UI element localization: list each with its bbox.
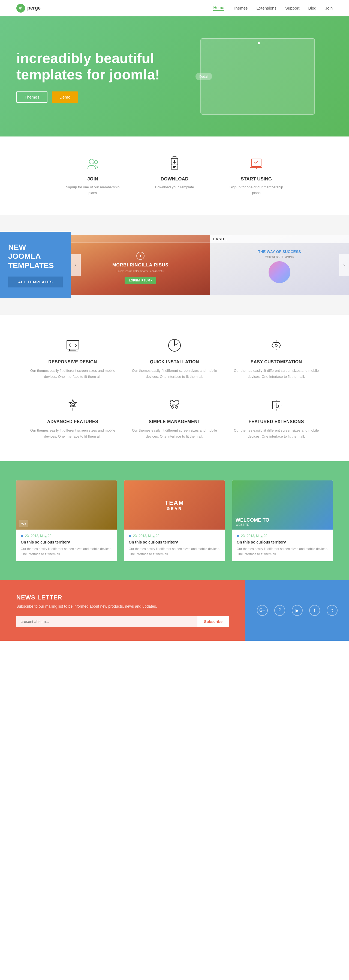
newsletter-social: G+ P ▶ f t: [245, 581, 349, 640]
newsletter-desc: Subscribe to our mailing list to be info…: [16, 603, 229, 609]
nav-themes[interactable]: Themes: [233, 6, 247, 10]
hero-section: increadibly beautiful templates for joom…: [0, 16, 349, 137]
svg-line-19: [279, 343, 281, 345]
themes-button[interactable]: Themes: [16, 91, 48, 103]
download-icon: [166, 156, 183, 172]
blog-meta-dot-2: [237, 535, 239, 537]
main-nav: Home Themes Extensions Support Blog Join: [213, 5, 333, 11]
cap-simple-title: SIMPLE MANAGEMENT: [129, 419, 220, 424]
cap-featured: FEATURED EXTENSIONS Our themes easily fi…: [231, 396, 322, 439]
blog-grid: ydk 23 2013, May, 29 On this so curious …: [16, 480, 333, 561]
logo[interactable]: perge: [16, 4, 41, 13]
hero-buttons: Themes Demo: [16, 91, 166, 103]
social-facebook[interactable]: f: [309, 605, 320, 616]
capabilities-grid: RESPONSIVE DESIGN Our themes easily fit …: [27, 337, 322, 439]
carousel-next-button[interactable]: ›: [339, 254, 349, 276]
blog-excerpt-0: Our themes easily fit different screen s…: [21, 547, 112, 557]
features-section: JOIN Signup for one of our membership pl…: [0, 137, 349, 215]
feature-join-title: JOIN: [63, 177, 123, 182]
templates-section: NEW JOOMLA TEMPLATES ALL TEMPLATES ‹ CEL…: [0, 215, 349, 315]
blog-card-0[interactable]: ydk 23 2013, May, 29 On this so curious …: [16, 480, 117, 561]
logo-icon: [16, 4, 25, 13]
subscribe-button[interactable]: Subscribe: [197, 616, 229, 627]
cap-responsive: RESPONSIVE DESIGN Our themes easily fit …: [27, 337, 118, 380]
templates-carousel: ‹ CELESTIAL ● MORBI RINGILLA RISUS Lorem…: [71, 235, 349, 295]
cap-easy-desc: Our themes easily fit different screen s…: [231, 368, 322, 380]
blog-meta-1: 23 2013, May, 29: [129, 534, 220, 538]
device-mockup: Detail: [200, 38, 315, 115]
templates-sidebar: NEW JOOMLA TEMPLATES ALL TEMPLATES: [0, 232, 71, 299]
feature-start-desc: Signup for one of our membership plans: [226, 185, 286, 196]
cap-quick-title: QUICK INSTALLATION: [129, 360, 220, 364]
blog-content-2: 23 2013, May, 29 On this so curious terr…: [232, 530, 333, 561]
svg-point-2: [94, 161, 98, 164]
blog-title-0[interactable]: On this so curious territory: [21, 540, 112, 544]
social-google-plus[interactable]: G+: [257, 605, 268, 616]
header: perge Home Themes Extensions Support Blo…: [0, 0, 349, 16]
social-youtube[interactable]: ▶: [292, 605, 303, 616]
hero-headline: increadibly beautiful templates for joom…: [16, 50, 166, 83]
blog-meta-dot-0: [21, 535, 23, 537]
hero-text: increadibly beautiful templates for joom…: [16, 50, 166, 103]
cap-easy-title: EASY CUSTOMIZATION: [231, 360, 322, 364]
social-twitter[interactable]: t: [327, 605, 338, 616]
blog-meta-0: 23 2013, May, 29: [21, 534, 112, 538]
blog-image-2: WELCOME TO WEBSITE: [232, 480, 333, 530]
feature-download-title: DOWNLOAD: [144, 177, 205, 182]
svg-rect-34: [274, 403, 276, 405]
newsletter-input[interactable]: [16, 616, 197, 627]
featured-icon: [268, 396, 285, 414]
blog-title-2[interactable]: On this so curious territory: [237, 540, 328, 544]
cap-advanced: ADVANCED FEATURES Our themes easily fit …: [27, 396, 118, 439]
svg-line-21: [279, 345, 281, 348]
templates-heading: NEW JOOMLA TEMPLATES: [8, 243, 63, 270]
svg-point-23: [275, 344, 277, 347]
blog-image-1: TEAM GEAR: [124, 480, 225, 530]
nav-extensions[interactable]: Extensions: [257, 6, 276, 10]
blog-section: ydk 23 2013, May, 29 On this so curious …: [0, 461, 349, 581]
blog-title-1[interactable]: On this so curious territory: [129, 540, 220, 544]
capabilities-section: RESPONSIVE DESIGN Our themes easily fit …: [0, 315, 349, 461]
blog-content-0: 23 2013, May, 29 On this so curious terr…: [16, 530, 117, 561]
newsletter-section: NEWS LETTER Subscribe to our mailing lis…: [0, 581, 349, 640]
svg-line-20: [272, 345, 273, 348]
blog-excerpt-1: Our themes easily fit different screen s…: [129, 547, 220, 557]
all-templates-button[interactable]: ALL TEMPLATES: [8, 277, 63, 288]
cap-advanced-desc: Our themes easily fit different screen s…: [27, 428, 118, 439]
social-pinterest[interactable]: P: [274, 605, 285, 616]
svg-point-0: [21, 6, 22, 8]
feature-download-desc: Download your Template: [144, 185, 205, 190]
svg-point-30: [176, 406, 178, 408]
quick-icon: [166, 337, 183, 354]
svg-rect-10: [67, 340, 79, 349]
nav-home[interactable]: Home: [213, 5, 224, 11]
cap-quick: QUICK INSTALLATION Our themes easily fit…: [129, 337, 220, 380]
nav-blog[interactable]: Blog: [308, 6, 316, 10]
template-card-celestial[interactable]: CELESTIAL ● MORBI RINGILLA RISUS Lorem i…: [71, 235, 210, 295]
simple-icon: [166, 396, 183, 414]
join-icon: [84, 156, 101, 172]
nav-join[interactable]: Join: [325, 6, 333, 10]
cap-advanced-title: ADVANCED FEATURES: [27, 419, 118, 424]
cap-simple: SIMPLE MANAGEMENT Our themes easily fit …: [129, 396, 220, 439]
blog-image-0: ydk: [16, 480, 117, 530]
feature-start-title: START USING: [226, 177, 286, 182]
start-icon: [248, 156, 265, 172]
detail-badge[interactable]: Detail: [195, 73, 212, 80]
template-card-laso[interactable]: LASO . THE WAY OF SUCCESS With WEBSITE M…: [210, 235, 349, 295]
blog-card-2[interactable]: WELCOME TO WEBSITE 23 2013, May, 29 On t…: [232, 480, 333, 561]
svg-rect-11: [70, 349, 76, 351]
svg-point-1: [89, 159, 94, 164]
template-cards: CELESTIAL ● MORBI RINGILLA RISUS Lorem i…: [71, 235, 349, 295]
easy-icon: [268, 337, 285, 354]
blog-content-1: 23 2013, May, 29 On this so curious terr…: [124, 530, 225, 561]
feature-join-desc: Signup for one of our membership plans: [63, 185, 123, 196]
carousel-prev-button[interactable]: ‹: [71, 254, 81, 276]
nav-support[interactable]: Support: [285, 6, 300, 10]
responsive-icon: [64, 337, 81, 354]
cap-responsive-title: RESPONSIVE DESIGN: [27, 360, 118, 364]
blog-card-1[interactable]: TEAM GEAR 23 2013, May, 29 On this so cu…: [124, 480, 225, 561]
demo-button[interactable]: Demo: [52, 91, 78, 103]
cap-featured-title: FEATURED EXTENSIONS: [231, 419, 322, 424]
newsletter-form: Subscribe: [16, 616, 229, 627]
